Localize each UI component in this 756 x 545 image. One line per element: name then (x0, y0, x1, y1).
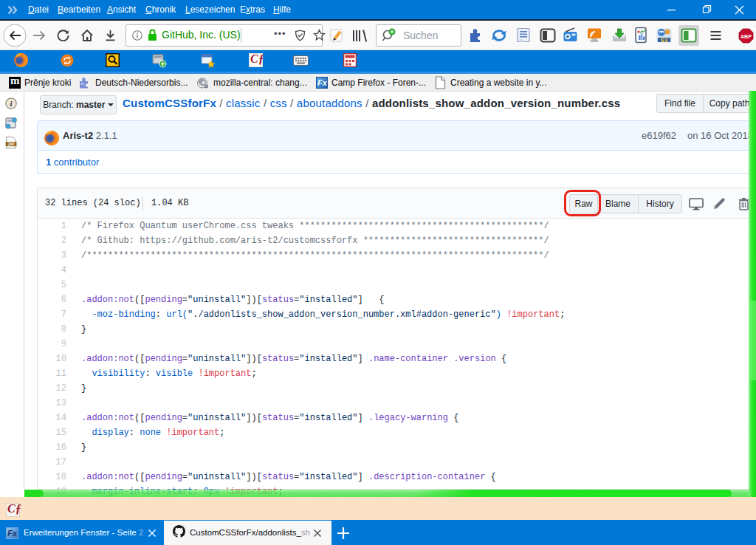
svg-text:ABP: ABP (740, 33, 752, 40)
svg-text:ZIP: ZIP (8, 142, 15, 146)
svg-text:S3: S3 (661, 37, 668, 44)
